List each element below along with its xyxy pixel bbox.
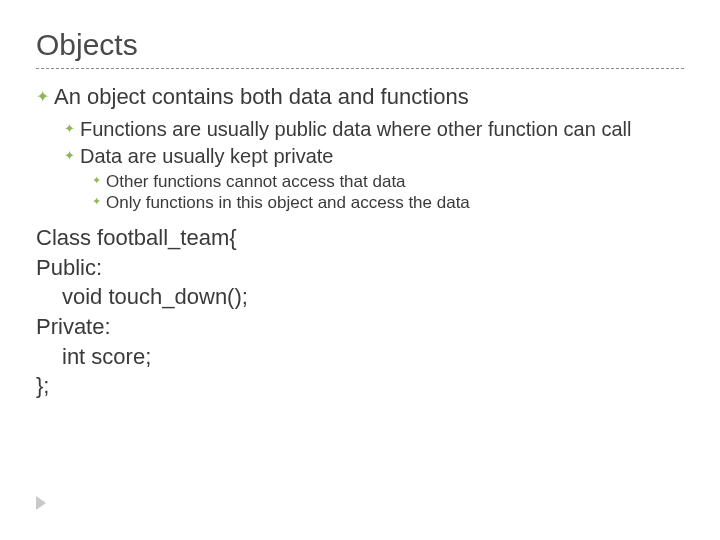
bullet-text: Functions are usually public data where … <box>80 117 631 142</box>
code-line: }; <box>36 371 684 401</box>
code-line: void touch_down(); <box>36 282 684 312</box>
bullet-text: Only functions in this object and access… <box>106 192 470 213</box>
code-line: Class football_team{ <box>36 223 684 253</box>
code-line: Public: <box>36 253 684 283</box>
bullet-level3: ✦ Only functions in this object and acce… <box>92 192 684 213</box>
bullet-icon: ✦ <box>64 149 80 162</box>
bullet-icon: ✦ <box>64 122 80 135</box>
bullet-icon: ✦ <box>36 89 54 105</box>
bullet-text: An object contains both data and functio… <box>54 83 469 111</box>
bullet-icon: ✦ <box>92 196 106 207</box>
title-divider <box>36 68 684 69</box>
bullet-level2: ✦ Data are usually kept private <box>64 144 684 169</box>
code-line: Private: <box>36 312 684 342</box>
page-marker-icon <box>36 496 46 510</box>
bullet-text: Other functions cannot access that data <box>106 171 406 192</box>
slide: Objects ✦ An object contains both data a… <box>0 0 720 540</box>
bullet-level2: ✦ Functions are usually public data wher… <box>64 117 684 142</box>
slide-title: Objects <box>36 28 684 62</box>
bullet-icon: ✦ <box>92 175 106 186</box>
bullet-level3: ✦ Other functions cannot access that dat… <box>92 171 684 192</box>
code-line: int score; <box>36 342 684 372</box>
code-block: Class football_team{ Public: void touch_… <box>36 223 684 401</box>
bullet-level1: ✦ An object contains both data and funct… <box>36 83 684 111</box>
bullet-text: Data are usually kept private <box>80 144 333 169</box>
